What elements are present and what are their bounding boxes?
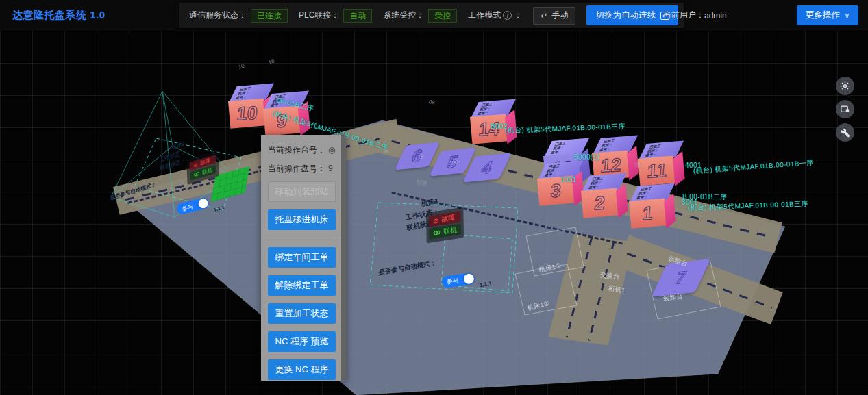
camera-button[interactable] [836,100,854,118]
grid-annotation: 08 [428,99,436,106]
station-marker-icon: ◎ [452,158,458,165]
context-menu-button[interactable]: 重置加工状态 [268,303,336,324]
cube-front-face: 2 [581,188,619,218]
toggle-knob[interactable] [463,273,475,285]
3d-viewport[interactable]: 机床2 工作状态： 联机状态： ⊘故障 联机 是否参与自动模式： 参与 1,1,… [0,31,868,395]
cube-front-face: 11 [638,155,675,186]
machine-counts: 1,1,1 [213,205,225,212]
grid-annotation: 行驶 [416,178,428,188]
road-segment-left [113,119,403,215]
work-order-label: (机台) 机架5代MJAF.01B.00-01B三序 [505,122,625,136]
auto-mode-toggle[interactable]: 参与 [441,272,475,289]
work-order-label: 1001 [560,176,577,183]
chevron-down-icon: ∨ [845,12,850,19]
manual-mode-button[interactable]: ↵ 手动 [533,7,575,25]
online-badge: 联机 [429,223,461,240]
current-user: 当前用户：admin [663,0,727,31]
machine-status-panel: ⊘故障 联机 [426,207,464,243]
grid-annotation: (1) [634,161,641,167]
work-order-label: (机台) 机架5代MJAF.01B.00-01B一序 [693,158,815,176]
app-title: 达意隆托盘系统 1.0 [12,9,106,22]
gear-icon [840,81,850,91]
toggle-knob[interactable] [197,198,209,209]
menu-divider [265,238,338,238]
pallet-cube[interactable]: 已加工 机床： 盘号： 2 [581,173,628,220]
work-status-label: 工作状态： [388,206,440,227]
context-menu-button[interactable]: 更换 NC 程序 [268,359,336,380]
cube-front-face: 1 [629,198,667,228]
info-icon: i [503,11,512,20]
cube-side-face [673,151,685,186]
cube-front-face: 10 [228,98,266,128]
cube-side-face [664,194,676,229]
context-info-row: 当前操作盘号：9 [268,163,336,175]
fault-badge: ⊘故障 [429,211,461,227]
machine-counts: 1,1,1 [479,281,492,288]
top-bar: 达意隆托盘系统 1.0 通信服务状态： 已连接 PLC联接： 自动 系统受控： … [0,0,868,31]
menu-scrollbar[interactable] [341,135,346,381]
context-info-row: 当前操作台号：◎ [268,144,336,156]
pallet-cube[interactable]: 已加工 机床： 盘号： 3 [537,161,584,207]
context-menu-button[interactable]: 解除绑定工单 [268,275,336,296]
status-badge: 自动 [343,9,372,23]
area-label: 机床1① [527,299,551,313]
more-actions-button[interactable]: 更多操作 ∨ [797,5,858,25]
enter-icon: ↵ [541,11,547,21]
machine-name: 机床1 [387,196,439,216]
link-icon [433,229,441,238]
cube-side-face [616,183,628,218]
context-menu-button[interactable]: 移动到装卸站 [268,181,336,202]
status-item: 通信服务状态： 已连接 [189,9,288,23]
grid-annotation: 16 [268,58,275,65]
machine-name: 机床2 [147,140,185,160]
repair-button[interactable] [836,123,854,142]
camera-icon [840,104,850,114]
work-status-label: 工作状态： [147,148,186,168]
status-item: 系统受控： 受控 [383,9,457,23]
area-label: 装卸台 [662,292,683,303]
fault-icon: ⊘ [433,216,438,225]
link-status-label: 联机状态： [388,216,441,237]
pallet-context-menu: 当前操作台号：◎当前操作盘号：9 移动到装卸站托盘移进机床绑定车间工单解除绑定工… [261,135,346,381]
pallet-cube[interactable]: 已加工 机床： 盘号： 11 [638,141,684,188]
settings-button[interactable] [836,77,854,95]
pallet-cube[interactable]: 已加工 机床： 盘号： 1 [629,183,675,230]
wrench-icon [841,128,850,138]
context-menu-button[interactable]: NC 程序 预览 [268,331,336,352]
work-mode-label: 工作模式 i ： [468,10,522,21]
area-label: 机床1① [538,262,562,275]
auto-mode-label: 是否参与自动模式： [378,259,436,278]
work-order-label: 5000(1) [574,153,599,161]
station-marker-icon: ◎ [418,153,423,160]
grid-annotation: 10 [238,62,245,70]
status-badge: 受控 [428,9,457,23]
context-menu-button[interactable]: 绑定车间工单 [268,247,336,268]
context-menu-button[interactable]: 托盘移进机床 [268,209,336,230]
status-item: PLC联接： 自动 [299,9,372,23]
status-bar: 通信服务状态： 已连接 PLC联接： 自动 系统受控： 受控 工作模式 i ： … [179,3,684,28]
status-badge: 已连接 [251,9,288,23]
side-toolbar [836,77,854,142]
